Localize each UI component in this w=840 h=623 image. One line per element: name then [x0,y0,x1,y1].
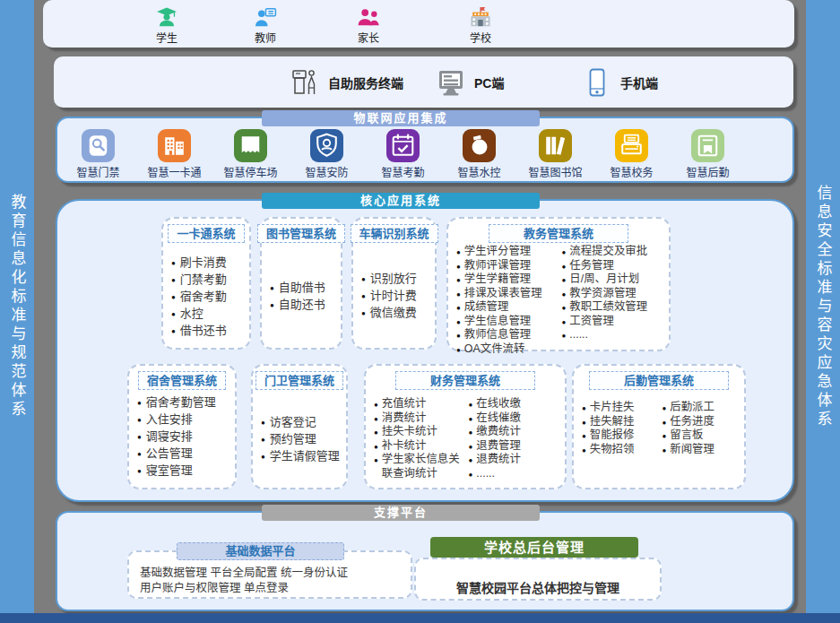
bullet-icon: ● [261,448,265,465]
admin-platform-title: 学校总后台管理 [430,537,638,558]
left-sidebar-text: 教育信息化标准与规范体系 [6,194,29,420]
bullet-icon: ● [562,260,567,274]
bullet-icon: ● [456,329,461,343]
list-item-text: 入住安排 [146,411,193,428]
water-control-icon [463,129,496,162]
core-header: 核心应用系统 [262,193,540,209]
list-item-text: 学生请假管理 [270,447,340,464]
bullet-icon: ● [171,323,176,340]
iot-label: 智慧后勤 [686,164,729,179]
list-item-text: 门禁考勤 [180,271,227,288]
list-item: ●寝室管理 [137,462,231,479]
iot-item: 智慧后勤 [670,129,746,179]
bullet-icon: ● [374,454,378,481]
library-icon [539,129,572,162]
core-box: 门卫管理系统●访客登记●预约管理●学生请假管理 [251,364,348,489]
list-item-text: 退费管理 [476,439,521,454]
bullet-icon: ● [137,463,142,480]
iot-item: 智慧停车场 [212,129,289,179]
list-item-text: 排课及课表管理 [464,287,542,301]
parking-icon [234,129,267,162]
list-item-text: 缴费统计 [476,425,521,439]
bullet-icon: ● [374,440,378,454]
bullet-icon: ● [270,280,274,297]
list-item: ●挂失解挂 [582,415,661,429]
list-item: ●缴费统计 [469,425,562,439]
list-item-text: 消费统计 [382,411,427,426]
attendance-icon [386,129,420,162]
terminal-item: 手机端 [581,56,658,108]
iot-item: 智慧水控 [441,129,517,179]
list-item: ●教学资源管理 [562,287,666,301]
teacher-icon [254,5,278,30]
user-label: 学生 [156,30,178,45]
iot-item: 智慧安防 [289,129,365,179]
list-item-text: 访客登记 [270,413,316,430]
bullet-icon: ● [662,416,667,430]
terminal-label: 自助服务终端 [328,74,403,91]
one-card-icon [158,129,191,162]
bullet-icon: ● [456,260,461,274]
student-icon [155,5,179,30]
bullet-icon: ● [562,288,567,302]
list-item: ●补卡统计 [374,439,467,454]
user-item: 学生 [155,5,179,45]
list-item-text: 充值统计 [382,397,427,411]
iot-item: 智慧门禁 [60,129,136,179]
kiosk-icon [289,66,321,99]
bullet-icon: ● [137,394,142,411]
list-item: ●...... [562,328,666,342]
list-item: ●学生评分管理 [456,245,560,259]
list-item-text: 在线收缴 [476,397,521,411]
list-item: ●识别放行 [361,270,431,287]
list-item: ●学生请假管理 [261,447,342,464]
list-item: ●公告管理 [137,445,231,462]
list-item: ●预约管理 [261,430,342,447]
base-data-line: 基础数据管理 平台全局配置 统一身份认证 [140,566,411,581]
bullet-icon: ● [562,273,567,288]
list-item: ●流程提交及审批 [562,245,666,259]
iot-header: 物联网应用集成 [262,110,540,126]
bullet-icon: ● [662,402,667,416]
list-item-text: 刷卡消费 [180,254,227,271]
right-sidebar-text: 信息安全标准与容灾应急体系 [812,185,835,429]
list-item: ●教师评课管理 [456,259,560,273]
list-item-text: 留言板 [670,428,703,443]
bullet-icon: ● [137,446,142,463]
box-title: 车辆识别系统 [351,224,438,243]
iot-label: 智慧停车场 [223,164,277,179]
bullet-icon: ● [261,414,265,431]
list-item: ●...... [469,467,562,481]
terminal-label: PC端 [474,74,504,91]
support-header: 支撑平台 [262,505,540,521]
list-item-text: 计时计费 [370,287,417,304]
user-label: 教师 [255,30,276,45]
list-item: ●门禁考勤 [171,271,246,288]
box-title: 教务管理系统 [489,224,628,243]
list-item-text: 智能报修 [590,428,635,443]
list-item-text: 寝室管理 [146,462,193,479]
bullet-icon: ● [562,301,567,316]
bullet-icon: ● [374,412,378,427]
iot-label: 智慧图书馆 [528,164,582,179]
list-item: ●后勤派工 [662,401,741,415]
list-item: ●计时计费 [361,287,431,304]
bullet-icon: ● [456,316,461,330]
bullet-icon: ● [374,426,378,440]
security-icon [310,129,343,162]
admin-platform-content: 智慧校园平台总体把控与管理 [416,578,660,596]
list-item-text: 教学资源管理 [569,287,636,301]
list-item-text: 学生学籍管理 [464,273,531,287]
access-control-icon [82,129,115,162]
base-data-platform-title: 基础数据平台 [177,542,344,560]
list-item: ●留言板 [662,428,741,443]
bullet-icon: ● [562,316,567,330]
list-item: ●宿舍考勤 [171,288,246,305]
list-item: ●微信缴费 [361,304,431,321]
list-item: ●学生家长信息关联查询统计 [374,453,467,480]
list-item-text: ...... [476,467,495,481]
list-item-text: 新闻管理 [670,443,714,457]
list-item: ●卡片挂失 [582,401,661,415]
list-item: ●在线催缴 [469,411,562,426]
list-item: ●失物招领 [582,443,661,457]
